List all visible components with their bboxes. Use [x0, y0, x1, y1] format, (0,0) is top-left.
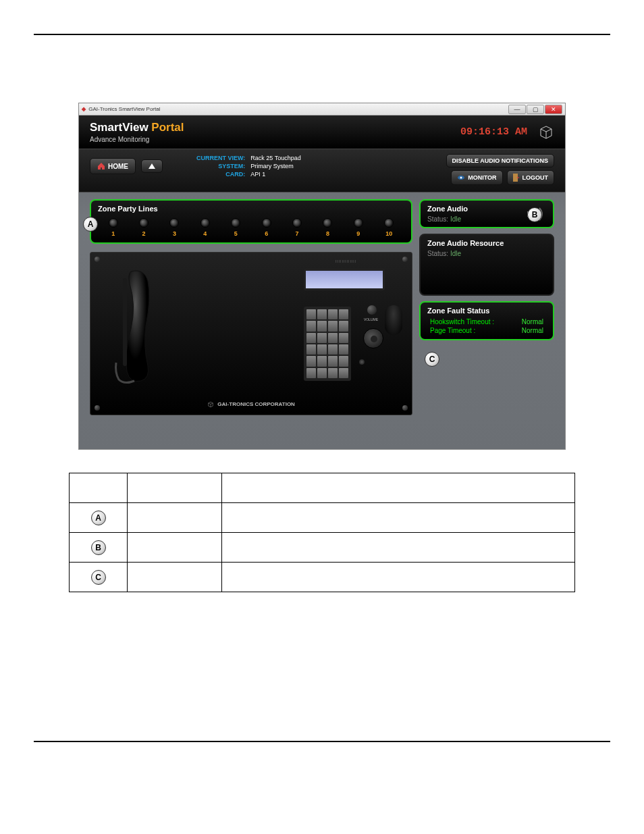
party-line-indicator: 6	[262, 218, 271, 237]
zone-fault-status-title: Zone Fault Status	[427, 307, 546, 315]
window-title: GAI-Tronics SmartView Portal	[88, 106, 160, 112]
zone-audio-resource-panel: Zone Audio Resource Status: Idle	[419, 234, 554, 296]
led-icon	[169, 218, 179, 228]
keypad-key	[339, 333, 348, 343]
keypad-key	[317, 333, 327, 343]
keypad-key	[339, 321, 348, 331]
led-icon	[262, 218, 271, 228]
party-line-indicator: 9	[354, 218, 363, 237]
window-maximize-button[interactable]: ▢	[527, 105, 544, 114]
fault-value: Normal	[522, 318, 543, 325]
legend-table: A B C	[69, 473, 575, 592]
zone-party-lines-title: Zone Party Lines	[98, 205, 404, 213]
app-favicon: ◆	[82, 106, 86, 112]
keypad-key	[339, 309, 348, 319]
callout-badge-c: C	[425, 352, 439, 367]
table-badge-c: C	[91, 570, 106, 585]
window-minimize-button[interactable]: —	[508, 105, 526, 114]
logout-button[interactable]: LOGOUT	[507, 170, 555, 185]
window-close-button[interactable]: ✕	[545, 105, 562, 114]
party-line-indicator: 4	[200, 218, 210, 237]
led-number: 2	[139, 230, 149, 237]
left-column: Zone Party Lines 12345678910 IIIIIIIIIII…	[90, 199, 412, 415]
current-view-info: CURRENT VIEW:Rack 25 Touchpad SYSTEM:Pri…	[195, 153, 302, 179]
keypad-key	[339, 368, 348, 378]
keypad-key	[306, 344, 316, 355]
party-line-indicator: 8	[323, 218, 332, 237]
disable-audio-button[interactable]: DISABLE AUDIO NOTIFICATIONS	[446, 154, 555, 167]
triangle-up-icon	[149, 163, 155, 169]
keypad-key	[317, 344, 327, 355]
party-line-indicator: 5	[231, 218, 240, 237]
eye-icon	[457, 174, 465, 182]
keypad-key	[317, 368, 327, 378]
toolbar-right: DISABLE AUDIO NOTIFICATIONS MONITOR LOGO…	[446, 153, 555, 188]
app-body: SmartView Portal Advance Monitoring 09:1…	[79, 115, 565, 449]
keypad-key	[306, 333, 316, 343]
up-button[interactable]	[141, 159, 163, 173]
fault-row: Hookswitch Timeout :Normal	[427, 317, 546, 326]
led-icon	[231, 218, 240, 228]
led-icon	[139, 218, 149, 228]
home-button[interactable]: HOME	[90, 158, 136, 174]
party-line-led-row: 12345678910	[98, 215, 404, 238]
svg-point-1	[460, 177, 462, 179]
led-number: 7	[292, 230, 302, 237]
keypad-key	[328, 321, 338, 331]
door-icon	[513, 174, 520, 182]
keypad-key	[317, 309, 327, 319]
device-footer: GAI-TRONICS CORPORATION	[90, 401, 412, 408]
brand-subtitle: Advance Monitoring	[90, 136, 184, 143]
brand-block: SmartView Portal Advance Monitoring	[90, 121, 184, 143]
led-icon	[200, 218, 210, 228]
device-lcd	[304, 269, 385, 290]
monitor-button[interactable]: MONITOR	[451, 170, 502, 185]
keypad-key	[317, 321, 327, 331]
keypad-key	[328, 356, 338, 366]
window-control-buttons: — ▢ ✕	[508, 105, 562, 114]
touchpad-device: IIIIIIIIIIIII VOLUME GAI-TRONICS CORPORA…	[90, 252, 412, 415]
keypad-key	[306, 321, 316, 331]
led-number: 1	[109, 230, 118, 237]
keypad-key	[328, 344, 338, 355]
keypad-key	[328, 368, 338, 378]
keypad-key	[339, 356, 348, 366]
party-line-indicator: 10	[384, 218, 394, 237]
led-icon	[292, 218, 302, 228]
svg-rect-2	[513, 174, 518, 182]
callout-badge-b: B	[527, 207, 542, 222]
led-number: 10	[384, 230, 394, 237]
app-topbar: SmartView Portal Advance Monitoring 09:1…	[79, 115, 565, 149]
led-number: 5	[231, 230, 240, 237]
clock: 09:16:13 AM	[460, 126, 527, 138]
zone-audio-status: Status: Idle	[427, 215, 468, 223]
screenshot-container: ◆ GAI-Tronics SmartView Portal — ▢ ✕ Sma…	[78, 103, 566, 450]
indicator-led	[359, 359, 365, 365]
keypad-key	[317, 356, 327, 366]
led-number: 9	[354, 230, 363, 237]
led-number: 8	[323, 230, 332, 237]
home-icon	[97, 162, 105, 170]
fault-label: Page Timeout :	[430, 327, 475, 334]
jog-wheel	[363, 328, 383, 348]
table-badge-a: A	[91, 511, 106, 525]
party-line-indicator: 3	[169, 218, 179, 237]
toolbar-left: HOME CURRENT VIEW:Rack 25 Touchpad SYSTE…	[90, 153, 302, 179]
party-line-indicator: 1	[109, 218, 118, 237]
callout-badge-a: A	[83, 217, 98, 232]
screw-icon	[402, 257, 408, 262]
screw-icon	[95, 257, 100, 262]
company-logo-icon	[538, 124, 554, 140]
table-badge-b: B	[91, 540, 106, 555]
device-keypad	[304, 307, 351, 381]
handset-icon	[111, 265, 165, 393]
keypad-key	[306, 368, 316, 378]
fault-label: Hookswitch Timeout :	[430, 318, 494, 325]
app-toolbar: HOME CURRENT VIEW:Rack 25 Touchpad SYSTE…	[79, 149, 565, 192]
page-bottom-rule	[34, 741, 610, 742]
keypad-key	[328, 333, 338, 343]
brand-title: SmartView Portal	[90, 121, 184, 134]
zone-audio-title: Zone Audio	[427, 205, 468, 213]
pointer-pad	[385, 305, 402, 335]
zone-audio-resource-status: Status: Idle	[427, 250, 546, 257]
